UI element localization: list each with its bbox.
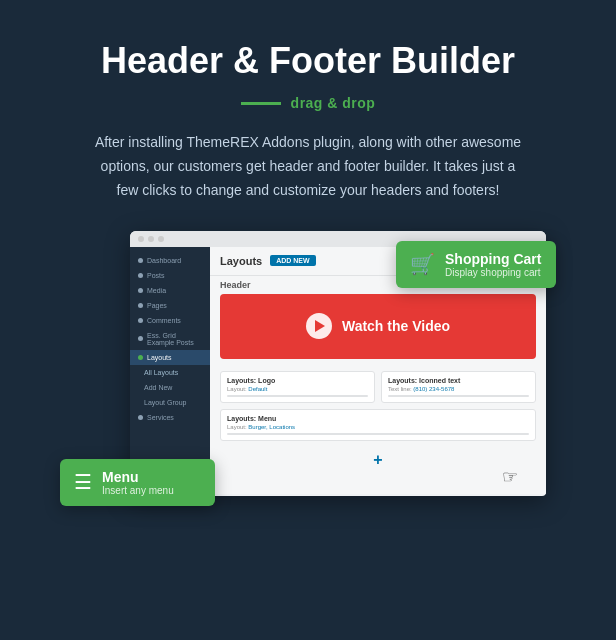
main-container: Header & Footer Builder drag & drop Afte… bbox=[0, 0, 616, 640]
posts-icon bbox=[138, 273, 143, 278]
thumb-menu-title: Layouts: Menu bbox=[227, 415, 529, 422]
description-text: After installing ThemeREX Addons plugin,… bbox=[88, 131, 528, 202]
thumb-card-logo[interactable]: Layouts: Logo Layout: Default bbox=[220, 371, 375, 403]
cart-subtitle: Display shopping cart bbox=[445, 267, 541, 278]
thumb-logo-bar bbox=[227, 395, 368, 397]
thumb-logo-title: Layouts: Logo bbox=[227, 377, 368, 384]
sidebar-item-pages[interactable]: Pages bbox=[130, 298, 210, 313]
cart-content: Shopping Cart Display shopping cart bbox=[445, 251, 541, 278]
sidebar-item-services[interactable]: Services bbox=[130, 410, 210, 425]
layout-thumbs-row2: Layouts: Menu Layout: Burger, Locations bbox=[210, 409, 546, 447]
sidebar-item-media[interactable]: Media bbox=[130, 283, 210, 298]
sidebar-item-dashboard[interactable]: Dashboard bbox=[130, 253, 210, 268]
wp-sidebar: Dashboard Posts Media Pages bbox=[130, 247, 210, 494]
thumb-icon-text-title: Layouts: Iconned text bbox=[388, 377, 529, 384]
browser-dot-3 bbox=[158, 236, 164, 242]
video-text: Watch the Video bbox=[342, 318, 450, 334]
cart-icon: 🛒 bbox=[410, 252, 435, 276]
browser-dot-2 bbox=[148, 236, 154, 242]
menu-subtitle: Insert any menu bbox=[102, 485, 174, 496]
layouts-heading: Layouts bbox=[220, 255, 262, 267]
media-icon bbox=[138, 288, 143, 293]
dashboard-icon bbox=[138, 258, 143, 263]
sidebar-item-layout-group[interactable]: Layout Group bbox=[130, 395, 210, 410]
menu-card[interactable]: ☰ Menu Insert any menu bbox=[60, 459, 215, 506]
play-button[interactable] bbox=[306, 313, 332, 339]
shopping-cart-card[interactable]: 🛒 Shopping Cart Display shopping cart bbox=[396, 241, 556, 288]
menu-content: Menu Insert any menu bbox=[102, 469, 174, 496]
pages-icon bbox=[138, 303, 143, 308]
add-layout-button[interactable]: + bbox=[210, 447, 546, 473]
thumb-menu-sub: Layout: Burger, Locations bbox=[227, 424, 529, 430]
video-area[interactable]: Watch the Video bbox=[220, 294, 536, 359]
thumb-card-menu[interactable]: Layouts: Menu Layout: Burger, Locations bbox=[220, 409, 536, 441]
sidebar-item-layouts[interactable]: Layouts bbox=[130, 350, 210, 365]
thumb-logo-sub: Layout: Default bbox=[227, 386, 368, 392]
ess-grid-icon bbox=[138, 336, 143, 341]
page-title: Header & Footer Builder bbox=[101, 40, 515, 81]
browser-dot-1 bbox=[138, 236, 144, 242]
layout-thumbnails: Layouts: Logo Layout: Default Layouts: I… bbox=[210, 365, 546, 409]
sidebar-item-ess-grid[interactable]: Ess. Grid Example Posts bbox=[130, 328, 210, 350]
subtitle-line-decoration bbox=[241, 102, 281, 105]
menu-title: Menu bbox=[102, 469, 174, 485]
sidebar-item-posts[interactable]: Posts bbox=[130, 268, 210, 283]
comments-icon bbox=[138, 318, 143, 323]
sidebar-item-add-new[interactable]: Add New bbox=[130, 380, 210, 395]
cursor-icon: ☞ bbox=[502, 466, 518, 488]
play-triangle-icon bbox=[315, 320, 325, 332]
services-icon bbox=[138, 415, 143, 420]
sidebar-item-comments[interactable]: Comments bbox=[130, 313, 210, 328]
thumb-card-icon-text[interactable]: Layouts: Iconned text Text line: (810) 2… bbox=[381, 371, 536, 403]
subtitle-row: drag & drop bbox=[241, 95, 376, 111]
subtitle-text: drag & drop bbox=[291, 95, 376, 111]
thumb-menu-bar bbox=[227, 433, 529, 435]
add-new-button[interactable]: ADD NEW bbox=[270, 255, 315, 266]
thumb-icon-text-bar bbox=[388, 395, 529, 397]
cart-title: Shopping Cart bbox=[445, 251, 541, 267]
menu-icon: ☰ bbox=[74, 470, 92, 494]
layouts-icon bbox=[138, 355, 143, 360]
sidebar-item-all-layouts[interactable]: All Layouts bbox=[130, 365, 210, 380]
thumb-icon-text-sub: Text line: (810) 234-5678 bbox=[388, 386, 529, 392]
mockup-wrapper: 🛒 Shopping Cart Display shopping cart ☰ … bbox=[60, 231, 556, 521]
